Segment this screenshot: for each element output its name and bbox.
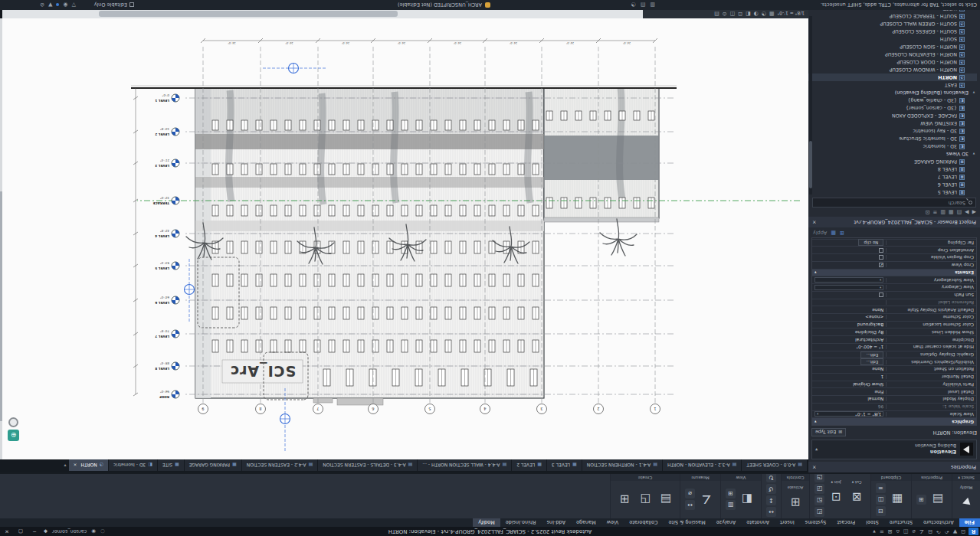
browser-tree-item[interactable]: ◔SOUTH - TERRACE CLOSEUP bbox=[808, 13, 977, 21]
property-value[interactable]: Edit... bbox=[812, 358, 886, 365]
cope-icon[interactable]: ◰ bbox=[814, 507, 824, 517]
save-icon[interactable]: ▼ bbox=[953, 528, 957, 535]
browser-tree-item[interactable]: ◔SOUTH - GREEN WALL CLOSEUP bbox=[808, 21, 977, 28]
press-drag-icon[interactable]: ◉ bbox=[64, 2, 68, 8]
property-row[interactable]: DisciplineArchitectural bbox=[812, 335, 976, 343]
browser-forward-icon[interactable]: ▶ bbox=[965, 210, 969, 216]
property-row[interactable]: View Category▾ bbox=[812, 283, 976, 291]
view-tab-a-4-2-eastern-section[interactable]: ▤A-4.2 - EASTERN SECTION bbox=[242, 459, 318, 471]
sun-path-icon[interactable]: ◑ bbox=[754, 11, 759, 17]
visual-style-icon[interactable]: ◔ bbox=[762, 11, 766, 17]
ribbon-tab-precast[interactable]: Precast bbox=[831, 518, 860, 527]
ribbon-tab-annotate[interactable]: Annotate bbox=[741, 518, 775, 527]
offset-icon[interactable]: ↕ bbox=[766, 495, 776, 505]
exclude-options-icon[interactable]: ▽ bbox=[72, 2, 76, 8]
filter-icon[interactable]: ▼ bbox=[48, 2, 52, 8]
browser-back-icon[interactable]: ◀ bbox=[972, 210, 976, 216]
property-row[interactable]: Annotation Crop bbox=[812, 246, 976, 253]
property-value[interactable]: <none> bbox=[812, 315, 886, 319]
measure-along-icon[interactable]: ↔ bbox=[685, 501, 695, 511]
property-value[interactable]: Background bbox=[812, 322, 886, 327]
cut-icon[interactable]: ⊟ bbox=[876, 506, 886, 516]
browser-tree-item[interactable]: ▦LEVEL 7 bbox=[808, 174, 977, 181]
notification-icon[interactable]: ◆ bbox=[44, 528, 48, 534]
crop-view-icon[interactable]: ⊡ bbox=[738, 11, 742, 17]
activate-controls-icon[interactable]: ⊞ bbox=[786, 491, 805, 514]
view-tab-3d-isometric[interactable]: ◧3D - Isometric bbox=[109, 459, 157, 471]
property-row[interactable]: Crop View✓ bbox=[812, 261, 976, 269]
property-row[interactable]: Show Hidden LinesBy Discipline bbox=[812, 328, 976, 335]
property-value[interactable]: None bbox=[812, 368, 886, 372]
editable-only-checkbox[interactable] bbox=[129, 3, 134, 8]
browser-tree-item[interactable]: ◔WEST bbox=[808, 10, 977, 13]
view-tab-north[interactable]: ◔NORTH× bbox=[69, 459, 108, 471]
browser-tree-item[interactable]: ◔EAST bbox=[808, 82, 977, 90]
close-icon[interactable]: × bbox=[74, 462, 77, 468]
property-row[interactable]: Detail LevelFine bbox=[812, 387, 976, 395]
browser-sort-icon[interactable]: ≡ bbox=[932, 210, 937, 216]
section-icon[interactable]: ⊠ bbox=[888, 528, 893, 535]
browser-tree-item[interactable]: ◔NORTH bbox=[808, 74, 977, 82]
ribbon-tab-add-ins[interactable]: Add-Ins bbox=[542, 518, 571, 527]
drawing-canvas[interactable]: ROOF96'-0"LEVEL 885'-4"LEVEL 774'-8"LEVE… bbox=[2, 18, 808, 459]
edit-button[interactable]: Edit... bbox=[860, 351, 883, 358]
modify-arrow-icon[interactable] bbox=[957, 491, 975, 514]
vertical-scrollbar[interactable] bbox=[0, 18, 2, 459]
view-tab-a-4-1-northern-section[interactable]: ▤A-4.1 - NORTHERN SECTION bbox=[582, 459, 662, 471]
browser-tree-item[interactable]: ◧3D - Isometric bbox=[808, 143, 977, 151]
property-row[interactable]: Color Scheme<none> bbox=[812, 313, 976, 321]
property-value[interactable] bbox=[812, 293, 886, 297]
temporary-properties-icon[interactable]: ▤ bbox=[714, 11, 719, 17]
measure-between-icon[interactable]: ∠ bbox=[697, 489, 716, 511]
browser-tree-item[interactable]: ▦LEVEL 8 bbox=[808, 166, 977, 174]
property-value[interactable]: 96 bbox=[812, 404, 886, 409]
browser-tree-item[interactable]: ◧{3D - charlie_wang} bbox=[808, 97, 977, 105]
browser-tree-item[interactable]: ◧3D - Key Isometric bbox=[808, 128, 977, 136]
property-row[interactable]: Graphic Display OptionsEdit... bbox=[812, 351, 976, 358]
account-icon[interactable]: ◉ bbox=[91, 528, 96, 534]
property-section-extents[interactable]: Extents▾ bbox=[812, 269, 976, 276]
edit-button[interactable]: Edit... bbox=[860, 358, 883, 365]
paste-icon[interactable]: ▦ bbox=[888, 489, 906, 511]
tag-icon[interactable]: ◫ bbox=[903, 528, 909, 535]
ribbon-tab-analyze[interactable]: Analyze bbox=[711, 518, 742, 527]
browser-grid-icon[interactable]: ▦ bbox=[949, 210, 954, 216]
checkbox-unchecked[interactable] bbox=[879, 248, 883, 253]
view-tab-a-0-0-cover-sheet[interactable]: ▤A-0.0 - COVER SHEET bbox=[742, 459, 807, 471]
browser-tree-item[interactable]: ◧EXISTING VIEW bbox=[808, 120, 977, 128]
navigation-wheel-icon[interactable] bbox=[9, 417, 19, 427]
ribbon-tab-structure[interactable]: Structure bbox=[884, 518, 918, 527]
property-row[interactable]: Far ClippingNo clip bbox=[812, 239, 976, 247]
restore-button[interactable]: ▢ bbox=[16, 528, 25, 534]
ribbon-tab-file[interactable]: File bbox=[959, 518, 980, 527]
browser-tree-item[interactable]: ◔NORTH - DOOR CLOSEUP bbox=[808, 59, 977, 67]
create-similar-icon[interactable]: ◳ bbox=[636, 489, 654, 511]
view-tab-a-4-4-wall-section-north-[interactable]: ▤A-4.4 - WALL SECTION NORTH - ... bbox=[418, 459, 511, 471]
property-value[interactable]: By Discipline bbox=[812, 330, 886, 335]
property-value[interactable]: Fine bbox=[812, 390, 886, 394]
browser-tree-item[interactable]: ◔SOUTH bbox=[808, 36, 977, 44]
ribbon-tab-systems[interactable]: Systems bbox=[800, 518, 832, 527]
property-row[interactable]: Detail Number1 bbox=[812, 373, 976, 381]
measure-icon[interactable]: ∠ bbox=[919, 528, 924, 535]
property-value[interactable] bbox=[812, 248, 886, 253]
browser-tree-item[interactable]: ▦PARKING GARAGE bbox=[808, 159, 977, 166]
override-graphics-icon[interactable]: ▥ bbox=[726, 501, 736, 511]
cut-geometry-icon[interactable]: ⊠ bbox=[847, 486, 866, 509]
view-tab-a-3-2-elevation-north[interactable]: ▤A-3.2 - ELEVATION - NORTH bbox=[663, 459, 741, 471]
checkbox-unchecked[interactable] bbox=[879, 293, 883, 297]
edit-button[interactable]: No clip bbox=[859, 240, 884, 247]
view-tab-level-3[interactable]: ▦LEVEL 3 bbox=[547, 459, 582, 471]
ribbon-tab-view[interactable]: View bbox=[601, 518, 624, 527]
property-value[interactable]: Architectural bbox=[812, 338, 886, 342]
scrollbar-thumb[interactable] bbox=[99, 11, 398, 17]
dimension-icon[interactable]: ⌀ bbox=[913, 528, 916, 535]
search-icon[interactable]: ◌ bbox=[100, 528, 105, 534]
browser-tree-item[interactable]: ◔NORTH - ELEVATION CLOSEUP bbox=[808, 51, 977, 59]
view-tab-a-4-3-details-eastern-section[interactable]: ▤A-4.3 - DETAILS - EASTERN SECTION bbox=[318, 459, 417, 471]
3d-home-icon[interactable]: ⌂ bbox=[896, 528, 900, 535]
property-value[interactable]: None bbox=[812, 308, 886, 312]
property-row[interactable]: Scale Value 1:96 bbox=[812, 403, 976, 410]
ribbon-tab-rhino-inside[interactable]: Rhino.Inside bbox=[500, 518, 542, 527]
browser-settings-icon[interactable]: ⊡ bbox=[926, 210, 930, 216]
